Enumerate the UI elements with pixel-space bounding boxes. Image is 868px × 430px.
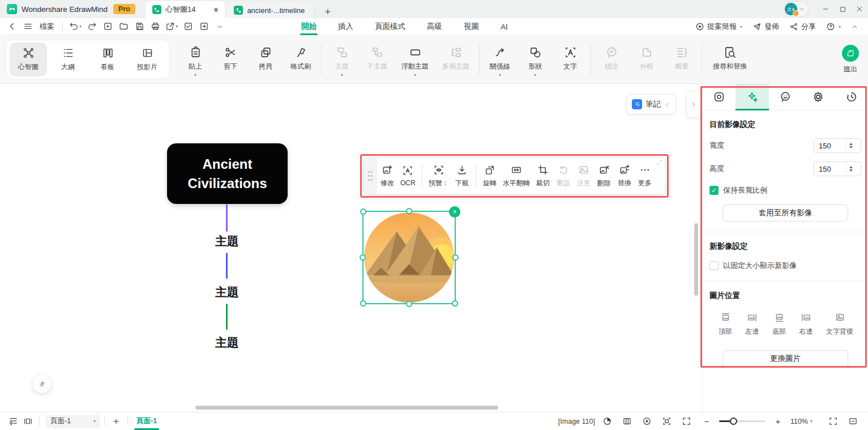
tab-clipart[interactable]: [802, 84, 835, 110]
page-select-dropdown[interactable]: 頁面-1 ▾: [46, 415, 100, 428]
resize-handle[interactable]: [360, 254, 366, 261]
image-ocr-button[interactable]: OCR: [397, 157, 418, 194]
pages-panel-button[interactable]: [20, 414, 35, 429]
fit-selection-button[interactable]: [660, 414, 674, 429]
zoom-in-button[interactable]: +: [771, 414, 785, 429]
mouse-mode-button[interactable]: [600, 414, 615, 429]
zoom-level[interactable]: 110% ▾: [790, 418, 813, 425]
new-tab-button[interactable]: +: [319, 6, 336, 18]
vertical-scrollbar[interactable]: [694, 223, 698, 296]
reading-map-button[interactable]: [620, 414, 635, 429]
save-as-button[interactable]: [196, 20, 211, 33]
format-painter-button[interactable]: 格式刷: [283, 41, 318, 78]
mode-slides[interactable]: 投影片: [129, 42, 166, 76]
fit-page-button[interactable]: [845, 414, 860, 429]
maximize-button[interactable]: [834, 0, 851, 18]
width-input[interactable]: [814, 142, 846, 150]
resize-handle[interactable]: [360, 208, 366, 215]
height-input[interactable]: [814, 165, 846, 173]
customize-toolbar-button[interactable]: [212, 20, 227, 33]
spin-down-icon[interactable]: [849, 169, 853, 172]
save-button[interactable]: [132, 20, 147, 33]
fullscreen-button[interactable]: [826, 414, 840, 429]
new-document-button[interactable]: [100, 20, 115, 33]
more-button[interactable]: 更多: [635, 157, 655, 194]
resize-handle[interactable]: [452, 254, 459, 261]
resize-handle[interactable]: [452, 300, 458, 306]
image-delete-button[interactable]: 刪除: [594, 157, 614, 194]
topic-node[interactable]: 主題: [207, 233, 247, 249]
tab-sticker[interactable]: [769, 84, 802, 110]
image-modify-button[interactable]: 修改: [377, 157, 397, 194]
cut-button[interactable]: 剪下: [213, 41, 248, 78]
tab-style[interactable]: [703, 84, 736, 110]
multiple-topics-button[interactable]: 多個主題: [435, 41, 476, 78]
main-menu-button[interactable]: [20, 20, 35, 33]
notes-button[interactable]: 筆記: [626, 94, 676, 114]
doc-tab-active[interactable]: 心智圖14: [146, 1, 225, 18]
resize-handle[interactable]: [360, 300, 366, 306]
close-button[interactable]: [851, 0, 868, 18]
mode-kanban[interactable]: 看板: [89, 42, 126, 76]
find-replace-button[interactable]: 搜尋和替換: [705, 41, 754, 78]
panel-collapse-button[interactable]: [686, 91, 701, 118]
zoom-slider-knob[interactable]: [730, 418, 737, 425]
spin-down-icon[interactable]: [849, 146, 853, 148]
zoom-out-button[interactable]: −: [699, 414, 714, 429]
print-button[interactable]: [148, 20, 163, 33]
position-right-button[interactable]: 右邊: [799, 312, 813, 337]
page-tab-active[interactable]: 頁面-1: [132, 412, 161, 430]
copy-button[interactable]: 拷貝: [248, 41, 283, 78]
export-button[interactable]: 匯出: [842, 45, 859, 74]
spinner[interactable]: [846, 162, 855, 176]
spin-up-icon[interactable]: [849, 166, 853, 168]
summary-button[interactable]: 概要: [664, 41, 699, 78]
position-bottom-button[interactable]: 底部: [772, 312, 786, 337]
callout-button[interactable]: 標注: [594, 41, 629, 78]
resize-handle[interactable]: [406, 208, 412, 214]
image-crop-button[interactable]: 裁切: [533, 157, 553, 194]
image-rotate-button[interactable]: 旋轉: [480, 157, 500, 194]
tab-insert[interactable]: 插入: [337, 18, 354, 35]
mode-mindmap[interactable]: 心智圖: [10, 42, 47, 76]
presentation-play-button[interactable]: [640, 414, 655, 429]
image-download-button[interactable]: 下載: [452, 157, 472, 194]
publish-button[interactable]: 發佈: [749, 20, 783, 33]
collapse-corner-icon[interactable]: [657, 160, 662, 165]
image-note-button[interactable]: 注意: [574, 157, 594, 194]
account-menu[interactable]: 文A ✓: [783, 1, 809, 17]
share-button[interactable]: 分享: [785, 20, 820, 33]
position-behind-text-button[interactable]: 文字背後: [826, 312, 853, 337]
frame-button[interactable]: 外框: [629, 41, 664, 78]
undo-button[interactable]: ▾: [67, 20, 83, 33]
outline-nav-button[interactable]: [6, 414, 20, 429]
spin-up-icon[interactable]: [849, 143, 853, 145]
tab-advanced[interactable]: 高級: [426, 18, 443, 35]
file-menu[interactable]: 檔案: [36, 20, 58, 33]
toolbar-drag-handle[interactable]: [364, 157, 377, 194]
topic-node[interactable]: 主題: [207, 284, 247, 300]
floating-topic-button[interactable]: 浮動主題 ▾: [395, 41, 435, 78]
tab-ai[interactable]: AI: [499, 18, 509, 35]
change-image-button[interactable]: 更換圖片: [722, 350, 848, 367]
topic-button[interactable]: 主題 ▾: [324, 41, 360, 78]
tab-view[interactable]: 視圖: [463, 18, 480, 35]
horizontal-scrollbar[interactable]: [195, 406, 498, 410]
fit-window-button[interactable]: [679, 414, 694, 429]
ai-assistant-button[interactable]: [33, 375, 51, 393]
keep-ratio-row[interactable]: ✓ 保持長寬比例: [709, 185, 861, 195]
tab-page-style[interactable]: 頁面樣式: [374, 18, 407, 35]
help-button[interactable]: ▾: [822, 20, 845, 33]
image-preview-button[interactable]: 預覽：: [426, 157, 452, 194]
doc-tab[interactable]: ancient-...timeline: [227, 2, 311, 18]
position-top-button[interactable]: 頂部: [719, 312, 732, 337]
add-page-button[interactable]: +: [109, 414, 123, 429]
image-reset-button[interactable]: 重設: [553, 157, 574, 194]
open-button[interactable]: [116, 20, 131, 33]
image-flip-horizontal-button[interactable]: 水平翻轉: [500, 157, 533, 194]
checkbox-unchecked-icon[interactable]: [709, 261, 719, 270]
collapse-ribbon-button[interactable]: [847, 20, 862, 33]
text-button[interactable]: 文字: [553, 41, 588, 78]
tab-home[interactable]: 開始: [300, 18, 318, 35]
position-left-button[interactable]: 左邊: [746, 312, 759, 337]
